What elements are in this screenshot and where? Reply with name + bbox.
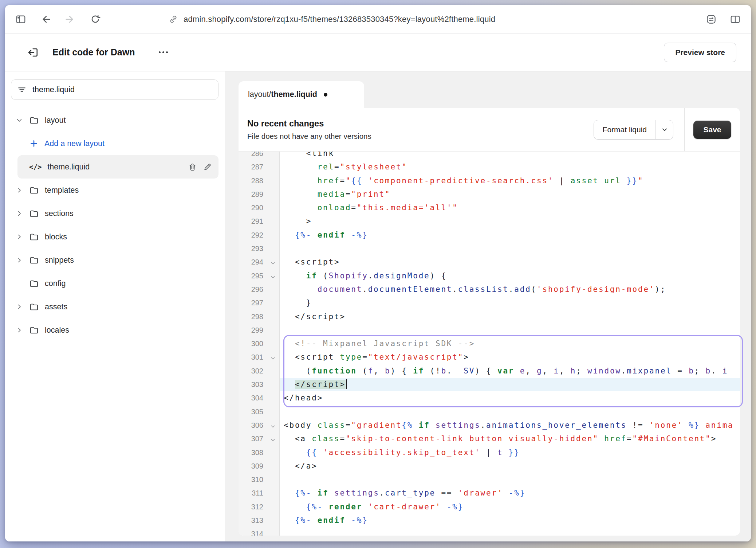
sidebar-item-layout[interactable]: layout — [5, 109, 225, 132]
code-line-306[interactable]: <body class="gradient{% if settings.anim… — [280, 419, 740, 432]
line-number: 288 — [239, 174, 279, 188]
chevron-down-icon[interactable] — [16, 117, 23, 124]
fold-chevron-icon[interactable] — [270, 420, 276, 434]
address-bar[interactable]: admin.shopify.com/store/rzq1xu-f5/themes… — [168, 5, 495, 33]
line-number: 304 — [239, 391, 279, 405]
code-line-302[interactable]: (function (f, b) { if (!b.__SV) { var e,… — [280, 364, 740, 378]
line-number: 286 — [239, 152, 279, 160]
fold-chevron-icon[interactable] — [270, 271, 276, 284]
sidebar-item-config[interactable]: config — [5, 272, 225, 295]
file-sidebar: layoutAdd a new layout</>theme.liquidtem… — [5, 71, 225, 541]
code-editor[interactable]: 2862872882892902912922932942952962972982… — [239, 152, 740, 536]
code-line-300[interactable]: <!-- Mixpanel Javascript SDK --> — [280, 337, 740, 351]
rename-file-icon[interactable] — [203, 163, 212, 172]
format-liquid-button[interactable]: Format liquid — [594, 120, 673, 140]
split-view-icon[interactable] — [729, 13, 741, 26]
desktop-background: admin.shopify.com/store/rzq1xu-f5/themes… — [0, 0, 756, 548]
code-line-305[interactable] — [280, 405, 740, 419]
line-number: 299 — [239, 324, 279, 337]
sidebar-item-assets[interactable]: assets — [5, 295, 225, 318]
code-line-307[interactable]: <a class="skip-to-content-link button vi… — [280, 432, 740, 446]
code-line-301[interactable]: <script type="text/javascript"> — [280, 351, 740, 364]
line-number: 301 — [239, 351, 279, 364]
sidebar-item-label: config — [45, 279, 66, 288]
chevron-right-icon[interactable] — [16, 187, 23, 193]
code-line-292[interactable]: {%- endif -%} — [280, 228, 740, 242]
chevron-right-icon[interactable] — [16, 257, 23, 263]
line-number: 303 — [239, 378, 279, 391]
sidebar-item-sections[interactable]: sections — [5, 202, 225, 225]
code-line-313[interactable]: {%- endif -%} — [280, 514, 740, 527]
code-line-297[interactable]: } — [280, 296, 740, 310]
back-icon[interactable] — [39, 13, 52, 26]
code-line-294[interactable]: <script> — [280, 255, 740, 269]
chevron-right-icon[interactable] — [16, 234, 23, 240]
chevron-down-icon[interactable] — [655, 120, 673, 139]
code-line-298[interactable]: </script> — [280, 310, 740, 324]
changes-subtitle: File does not have any other versions — [247, 132, 371, 141]
exit-editor-icon[interactable] — [26, 46, 39, 59]
tab-theme-liquid[interactable]: layout/theme.liquid — [239, 81, 364, 108]
code-line-312[interactable]: {%- render 'cart-drawer' -%} — [280, 500, 740, 514]
code-line-295[interactable]: if (Shopify.designMode) { — [280, 269, 740, 283]
editor-card-header: No recent changes File does not have any… — [239, 108, 740, 152]
file-search-input[interactable] — [32, 85, 212, 94]
plus-icon — [29, 139, 39, 148]
code-line-308[interactable]: {{ 'accessibility.skip_to_text' | t }} — [280, 446, 740, 459]
fold-chevron-icon[interactable] — [270, 434, 276, 447]
fold-chevron-icon[interactable] — [270, 352, 276, 365]
sidebar-item-locales[interactable]: locales — [5, 318, 225, 342]
code-line-309[interactable]: </a> — [280, 459, 740, 473]
folder-icon — [29, 185, 39, 195]
forward-icon[interactable] — [64, 13, 76, 26]
line-number: 293 — [239, 242, 279, 255]
code-line-289[interactable]: media="print" — [280, 188, 740, 201]
fold-chevron-icon[interactable] — [270, 257, 276, 270]
chevron-right-icon[interactable] — [16, 210, 23, 217]
chevron-right-icon[interactable] — [16, 304, 23, 310]
link-icon — [168, 14, 178, 24]
sidebar-toggle-icon[interactable] — [15, 13, 27, 26]
code-line-311[interactable]: {%- if settings.cart_type == 'drawer' -%… — [280, 486, 740, 500]
code-line-290[interactable]: onload="this.media='all'" — [280, 201, 740, 215]
more-actions-icon[interactable] — [156, 48, 171, 56]
file-search-box[interactable] — [11, 79, 218, 100]
line-number: 305 — [239, 405, 279, 419]
line-number: 287 — [239, 160, 279, 174]
code-line-286[interactable]: <link — [280, 152, 740, 160]
code-pane[interactable]: <link rel="stylesheet" href="{{ 'compone… — [280, 152, 740, 536]
line-number: 310 — [239, 473, 279, 486]
sidebar-item-blocks[interactable]: blocks — [5, 225, 225, 248]
line-number: 297 — [239, 296, 279, 310]
code-line-296[interactable]: document.documentElement.classList.add('… — [280, 283, 740, 296]
code-line-310[interactable] — [280, 473, 740, 486]
line-number: 314 — [239, 527, 279, 536]
sidebar-item-templates[interactable]: templates — [5, 179, 225, 202]
reload-icon[interactable] — [89, 13, 101, 26]
sidebar-item-snippets[interactable]: snippets — [5, 248, 225, 272]
add-new-layout-button[interactable]: Add a new layout — [5, 132, 225, 155]
code-line-291[interactable]: > — [280, 215, 740, 228]
save-button[interactable]: Save — [693, 121, 731, 139]
line-number: 289 — [239, 188, 279, 201]
code-line-303[interactable]: </script> — [280, 378, 740, 391]
preview-store-button[interactable]: Preview store — [664, 43, 736, 62]
code-line-314[interactable] — [280, 527, 740, 536]
changes-title: No recent changes — [247, 119, 371, 129]
line-number: 312 — [239, 500, 279, 514]
sidebar-file-theme.liquid[interactable]: </>theme.liquid — [17, 155, 218, 179]
chevron-right-icon[interactable] — [16, 327, 23, 333]
sidebar-item-label: snippets — [45, 256, 74, 265]
editor-main: layout/theme.liquid No recent changes Fi… — [225, 71, 751, 541]
code-line-288[interactable]: href="{{ 'component-predictive-search.cs… — [280, 174, 740, 188]
sidebar-item-label: assets — [45, 302, 67, 312]
page-settings-icon[interactable] — [705, 13, 717, 26]
browser-window: admin.shopify.com/store/rzq1xu-f5/themes… — [5, 5, 751, 541]
code-line-299[interactable] — [280, 324, 740, 337]
unsaved-dot-icon — [324, 93, 327, 97]
code-line-287[interactable]: rel="stylesheet" — [280, 160, 740, 174]
delete-file-icon[interactable] — [188, 163, 197, 172]
folder-icon — [29, 209, 39, 219]
code-line-304[interactable]: </head> — [280, 391, 740, 405]
code-line-293[interactable] — [280, 242, 740, 255]
